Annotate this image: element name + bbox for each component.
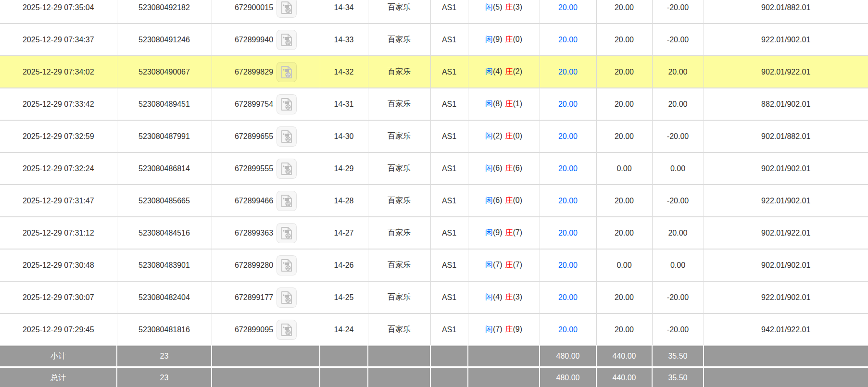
cell-game-type: 百家乐 [368,185,430,217]
cell-valid-amount: 20.00 [596,120,652,152]
cell-round-number: 14-24 [320,313,368,346]
bet-amount-link[interactable]: 20.00 [558,197,578,205]
cell-game-type: 百家乐 [368,313,430,346]
game-id-text: 672899466 [235,197,273,205]
cell-round-number: 14-27 [320,217,368,249]
table-row[interactable]: 2025-12-29 07:30:07 523080482404 6728991… [0,281,868,313]
player-result-score: (4) [493,67,503,75]
cell-game-type: 百家乐 [368,56,430,88]
bet-amount-link[interactable]: 20.00 [558,325,578,334]
total-count: 23 [117,367,212,387]
bet-amount-link[interactable]: 20.00 [558,229,578,237]
cell-game-result: 闲(7)庄(7) [468,249,540,281]
cell-game-result: 闲(4)庄(3) [468,281,540,313]
cell-balance: 922.01/902.01 [704,24,868,56]
banker-result-score: (0) [513,35,523,43]
video-replay-button[interactable] [277,159,297,179]
video-replay-button[interactable] [277,223,297,243]
table-row[interactable]: 2025-12-29 07:33:42 523080489451 6728997… [0,88,868,120]
table-row[interactable]: 2025-12-29 07:34:37 523080491246 6728999… [0,24,868,56]
bet-amount-link[interactable]: 20.00 [558,68,578,76]
cell-game-id: 672899280 [212,249,320,281]
video-replay-button[interactable] [277,0,297,18]
bet-amount-link[interactable]: 20.00 [558,3,578,12]
bet-amount-link[interactable]: 20.00 [558,36,578,44]
banker-result-label: 庄 [505,67,513,75]
video-replay-button[interactable] [277,62,297,82]
cell-game-id: 672899555 [212,152,320,185]
cell-bet-amount: 20.00 [540,152,596,185]
table-row[interactable]: 2025-12-29 07:31:12 523080484516 6728993… [0,217,868,249]
cell-bet-time: 2025-12-29 07:32:59 [0,120,117,152]
banker-result-label: 庄 [505,132,513,140]
cell-round-number: 14-31 [320,88,368,120]
cell-bet-amount: 20.00 [540,120,596,152]
cell-win-loss: 20.00 [652,88,704,120]
bet-amount-link[interactable]: 20.00 [558,164,578,173]
game-id-text: 672899655 [235,132,273,141]
cell-round-number: 14-34 [320,0,368,24]
cell-bet-id: 523080491246 [117,24,212,56]
video-replay-button[interactable] [277,94,297,114]
bet-amount-link[interactable]: 20.00 [558,261,578,269]
video-file-icon [280,130,293,143]
player-result-label: 闲 [485,228,493,237]
cell-bet-id: 523080484516 [117,217,212,249]
cell-round-number: 14-28 [320,185,368,217]
game-id-text: 672899095 [235,325,273,334]
cell-valid-amount: 0.00 [596,152,652,185]
video-replay-button[interactable] [277,320,297,340]
video-file-icon [280,98,293,111]
cell-bet-time: 2025-12-29 07:31:12 [0,217,117,249]
game-id-text: 672899829 [235,68,273,76]
cell-table-name: AS1 [430,217,468,249]
video-replay-button[interactable] [277,287,297,308]
player-result-label: 闲 [485,3,493,11]
player-result-label: 闲 [485,67,493,75]
video-replay-button[interactable] [277,30,297,50]
cell-bet-amount: 20.00 [540,0,596,24]
cell-win-loss: -20.00 [652,0,704,24]
table-row[interactable]: 2025-12-29 07:29:45 523080481816 6728990… [0,313,868,346]
cell-bet-amount: 20.00 [540,88,596,120]
cell-game-id: 672899940 [212,24,320,56]
bet-amount-link[interactable]: 20.00 [558,100,578,108]
video-replay-button[interactable] [277,191,297,211]
video-file-icon [280,194,293,208]
summary-footer: 小计 23 480.00 440.00 35.50 总计 23 [0,346,868,387]
table-row[interactable]: 2025-12-29 07:31:47 523080485665 6728994… [0,185,868,217]
subtotal-count: 23 [117,346,212,367]
video-replay-button[interactable] [277,255,297,275]
table-row[interactable]: 2025-12-29 07:30:48 523080483901 6728992… [0,249,868,281]
cell-win-loss: 20.00 [652,56,704,88]
cell-balance: 882.01/902.01 [704,88,868,120]
player-result-score: (6) [493,196,503,204]
table-body: 2025-12-29 07:35:04 523080492182 6729000… [0,0,868,346]
cell-valid-amount: 20.00 [596,281,652,313]
cell-bet-time: 2025-12-29 07:29:45 [0,313,117,346]
table-row[interactable]: 2025-12-29 07:34:02 523080490067 6728998… [0,56,868,88]
cell-bet-amount: 20.00 [540,313,596,346]
cell-game-id: 672899363 [212,217,320,249]
player-result-label: 闲 [485,293,493,301]
video-replay-button[interactable] [277,126,297,147]
bet-amount-link[interactable]: 20.00 [558,293,578,301]
player-result-label: 闲 [485,35,493,43]
bet-amount-link[interactable]: 20.00 [558,132,578,140]
table-row[interactable]: 2025-12-29 07:32:24 523080486814 6728995… [0,152,868,185]
cell-game-result: 闲(6)庄(0) [468,185,540,217]
player-result-label: 闲 [485,132,493,140]
player-result-score: (8) [493,100,503,108]
video-file-icon [280,65,293,79]
cell-game-result: 闲(6)庄(6) [468,152,540,185]
table-row[interactable]: 2025-12-29 07:32:59 523080487991 6728996… [0,120,868,152]
cell-balance: 902.01/922.01 [704,217,868,249]
cell-win-loss: -20.00 [652,281,704,313]
subtotal-row: 小计 23 480.00 440.00 35.50 [0,346,868,367]
cell-balance: 902.01/882.01 [704,0,868,24]
cell-game-type: 百家乐 [368,0,430,24]
table-row[interactable]: 2025-12-29 07:35:04 523080492182 6729000… [0,0,868,24]
cell-bet-id: 523080489451 [117,88,212,120]
banker-result-score: (0) [513,132,523,140]
cell-table-name: AS1 [430,120,468,152]
